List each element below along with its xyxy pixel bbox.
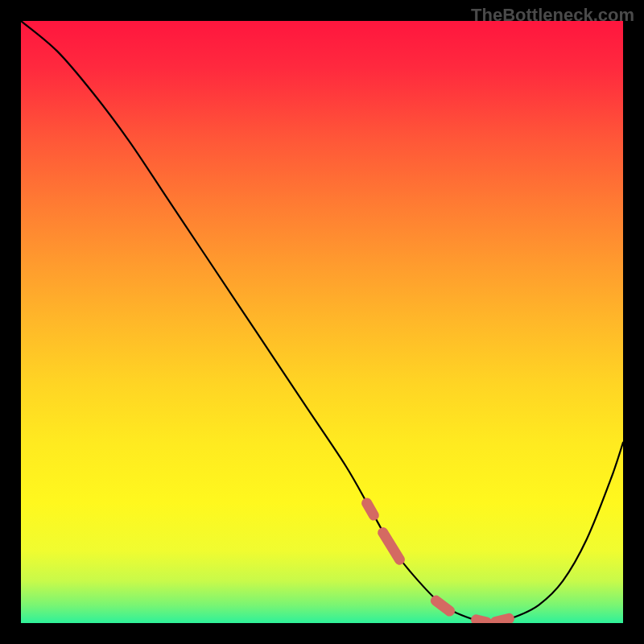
chart-plot-area: [21, 21, 623, 623]
watermark-text: TheBottleneck.com: [471, 5, 634, 26]
bottleneck-curve: [21, 21, 623, 623]
